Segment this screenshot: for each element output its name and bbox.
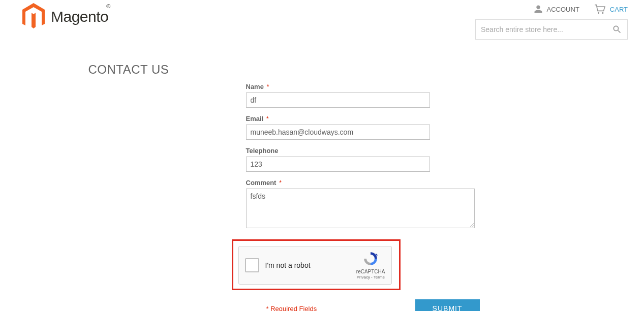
search-input[interactable] (481, 25, 612, 34)
field-name: Name * (246, 83, 556, 108)
cart-icon (594, 4, 606, 14)
name-label: Name * (246, 83, 556, 90)
comment-label: Comment * (246, 179, 556, 186)
recaptcha-checkbox[interactable] (245, 258, 259, 272)
submit-button[interactable]: SUBMIT (415, 299, 480, 311)
svg-point-0 (598, 12, 599, 14)
telephone-label: Telephone (246, 147, 556, 154)
recaptcha-terms-link[interactable]: Terms (374, 275, 385, 279)
page-title: CONTACT US (88, 63, 169, 77)
comment-textarea[interactable]: fsfds (246, 189, 475, 228)
email-label: Email * (246, 115, 556, 122)
svg-marker-2 (376, 253, 378, 255)
header: Magento® ACCOUNT CART (0, 0, 644, 47)
required-fields-note: * Required Fields (266, 305, 317, 312)
name-input[interactable] (246, 92, 430, 108)
recaptcha-brand: reCAPTCHA Privacy - Terms (356, 251, 385, 280)
field-comment: Comment * fsfds (246, 179, 556, 230)
required-marker: * (266, 115, 269, 122)
recaptcha-highlight: I'm not a robot reCAPTCHA Privacy - Term… (232, 239, 401, 290)
search-box (475, 19, 628, 40)
recaptcha-widget: I'm not a robot reCAPTCHA Privacy - Term… (238, 246, 392, 285)
recaptcha-privacy-link[interactable]: Privacy (357, 275, 370, 279)
account-label: ACCOUNT (547, 6, 579, 13)
logo[interactable]: Magento® (21, 3, 112, 30)
telephone-input[interactable] (246, 157, 430, 172)
field-email: Email * (246, 115, 556, 140)
main-content: CONTACT US Name * Email * Telephone Comm… (88, 47, 556, 311)
cart-link[interactable]: CART (594, 4, 628, 14)
field-telephone: Telephone (246, 147, 556, 172)
email-input[interactable] (246, 125, 430, 140)
magento-logo-icon (21, 3, 46, 30)
form-footer: * Required Fields SUBMIT (246, 299, 480, 311)
svg-point-1 (602, 12, 603, 14)
user-icon (534, 5, 543, 14)
recaptcha-label: I'm not a robot (265, 261, 350, 269)
logo-text: Magento® (51, 8, 112, 25)
required-marker: * (267, 83, 269, 90)
contact-form: Name * Email * Telephone Comment * fsfds (246, 83, 556, 311)
account-link[interactable]: ACCOUNT (534, 5, 579, 14)
required-marker: * (279, 179, 282, 186)
recaptcha-icon (362, 251, 379, 267)
cart-label: CART (610, 6, 628, 13)
search-icon[interactable] (612, 24, 622, 35)
